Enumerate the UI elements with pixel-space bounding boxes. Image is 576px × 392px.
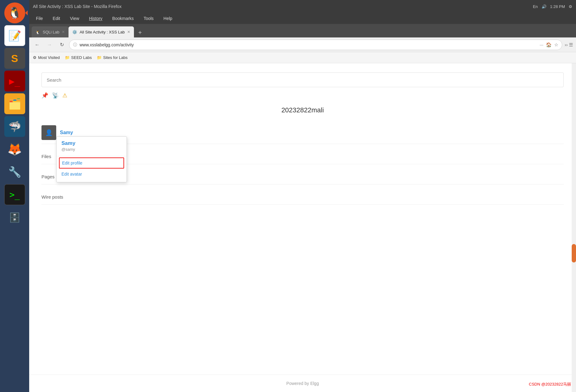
menu-edit[interactable]: Edit (51, 15, 62, 22)
user-row: 👤 Samy Samy @samy Edit profile Edit avat… (41, 122, 564, 144)
chevron-right-icon[interactable]: ›› (565, 42, 568, 47)
taskbar-icon-sublime[interactable]: S (4, 48, 25, 69)
settings-icon: ⚙ (569, 4, 572, 9)
alert-icon[interactable]: ⚠ (62, 92, 67, 99)
center-heading: 20232822mali (41, 106, 564, 114)
taskbar-icon-ubuntu[interactable]: 🐧 (4, 2, 25, 23)
clock: 1:28 PM (550, 4, 565, 9)
folder-icon-seed: 📁 (65, 55, 70, 60)
pin-icon[interactable]: 📌 (41, 92, 48, 99)
taskbar-icon-terminal-red[interactable]: ▶_ (4, 71, 25, 91)
menu-history[interactable]: History (87, 15, 104, 22)
tab-xss-lab[interactable]: ⚙️ All Site Activity : XSS Lab ✕ (69, 26, 134, 37)
taskbar-icon-firefox[interactable]: 🦊 (4, 139, 25, 160)
tabbar: 🐧 SQLi Lab ✕ ⚙️ All Site Activity : XSS … (29, 24, 576, 37)
popup-handle: @samy (57, 146, 127, 155)
window-title: All Site Activity : XSS Lab Site - Mozil… (33, 4, 122, 9)
lang-indicator: En (533, 4, 538, 9)
files-label: Files (41, 154, 51, 159)
forward-button[interactable]: → (45, 40, 54, 50)
taskbar: 🐧 📝 S ▶_ 🗂️ 🦈 🦊 🔧 >_ 🗄️ (0, 0, 29, 392)
tab-xss-close[interactable]: ✕ (127, 30, 130, 34)
url-text: www.xsslabelgg.com/activity (80, 42, 537, 47)
search-input[interactable] (41, 72, 564, 87)
watermark: CSDN @20232822马丽 (529, 382, 571, 387)
menu-tools[interactable]: Tools (142, 15, 155, 22)
url-more-options[interactable]: ··· (539, 42, 543, 47)
avatar: 👤 (41, 125, 56, 140)
page-footer: Powered by Elgg (29, 375, 576, 392)
content-area: 📌 📡 ⚠ 20232822mali 👤 Samy Samy @samy Edi… (29, 63, 576, 375)
reload-button[interactable]: ↻ (57, 40, 67, 50)
titlebar-controls: En 🔊 1:28 PM ⚙ (533, 4, 572, 9)
edit-avatar-link[interactable]: Edit avatar (57, 169, 127, 180)
nav-extra: ›› ☰ (565, 42, 573, 48)
menu-help[interactable]: Help (162, 15, 174, 22)
popup-divider (57, 156, 127, 156)
user-dropdown-popup: Samy @samy Edit profile Edit avatar (56, 136, 127, 182)
footer-text: Powered by Elgg (286, 381, 319, 386)
wire-posts-row: Wire posts (41, 189, 564, 205)
gear-icon: ⚙ (33, 55, 37, 60)
titlebar: All Site Activity : XSS Lab Site - Mozil… (29, 0, 576, 13)
bookmark-most-visited-label: Most Visited (38, 55, 60, 60)
tab-sqli-close[interactable]: ✕ (62, 30, 65, 34)
edit-profile-link[interactable]: Edit profile (59, 157, 124, 169)
bookmark-star-icon[interactable]: ☆ (554, 42, 558, 48)
bookmark-sites-for-labs[interactable]: 📁 Sites for Labs (97, 55, 128, 60)
pages-label: Pages (41, 174, 55, 179)
url-actions: ··· 🏠 ☆ (539, 42, 558, 48)
menu-file[interactable]: File (34, 15, 45, 22)
volume-icon: 🔊 (542, 4, 547, 9)
tab-sqli-icon: 🐧 (35, 30, 40, 34)
taskbar-icon-settings[interactable]: 🔧 (4, 161, 25, 182)
menu-bookmarks[interactable]: Bookmarks (110, 15, 135, 22)
menubar: File Edit View History Bookmarks Tools H… (29, 13, 576, 24)
url-bar[interactable]: ⓘ www.xsslabelgg.com/activity ··· 🏠 ☆ (69, 40, 562, 50)
bookmark-seed-labs[interactable]: 📁 SEED Labs (65, 55, 92, 60)
page-content: 📌 📡 ⚠ 20232822mali 👤 Samy Samy @samy Edi… (29, 63, 576, 392)
pocket-icon[interactable]: 🏠 (546, 42, 552, 48)
user-name-link[interactable]: Samy (60, 130, 73, 135)
tab-xss-label: All Site Activity : XSS Lab (80, 30, 125, 34)
wire-posts-label: Wire posts (41, 194, 63, 200)
new-tab-button[interactable]: + (135, 28, 145, 37)
bookmark-seed-labs-label: SEED Labs (71, 55, 92, 60)
bookmarksbar: ⚙ Most Visited 📁 SEED Labs 📁 Sites for L… (29, 52, 576, 63)
taskbar-icon-wireshark[interactable]: 🦈 (4, 116, 25, 137)
rss-icon[interactable]: 📡 (52, 92, 59, 99)
taskbar-icon-file-manager[interactable]: 🗂️ (4, 93, 25, 114)
taskbar-icon-terminal[interactable]: >_ (4, 184, 25, 205)
taskbar-icon-text-editor[interactable]: 📝 (4, 25, 25, 46)
avatar-char: 👤 (45, 129, 53, 136)
filter-icons: 📌 📡 ⚠ (41, 92, 564, 99)
browser-window: All Site Activity : XSS Lab Site - Mozil… (29, 0, 576, 392)
scrollbar-thumb[interactable] (572, 244, 576, 262)
addressbar: ← → ↻ ⓘ www.xsslabelgg.com/activity ··· … (29, 37, 576, 52)
bookmark-most-visited[interactable]: ⚙ Most Visited (33, 55, 60, 60)
folder-icon-sites: 📁 (97, 55, 102, 60)
menu-view[interactable]: View (68, 15, 81, 22)
tab-sqli-label: SQLi Lab (43, 30, 59, 34)
popup-name: Samy (57, 140, 127, 146)
tab-sqli-lab[interactable]: 🐧 SQLi Lab ✕ (32, 26, 69, 37)
scrollbar-track[interactable] (572, 63, 576, 392)
taskbar-icon-storage[interactable]: 🗄️ (4, 207, 25, 228)
hamburger-menu-icon[interactable]: ☰ (569, 42, 573, 48)
tab-xss-icon: ⚙️ (72, 30, 77, 34)
back-button[interactable]: ← (32, 40, 42, 50)
bookmark-sites-for-labs-label: Sites for Labs (103, 55, 128, 60)
lock-icon: ⓘ (73, 42, 77, 48)
